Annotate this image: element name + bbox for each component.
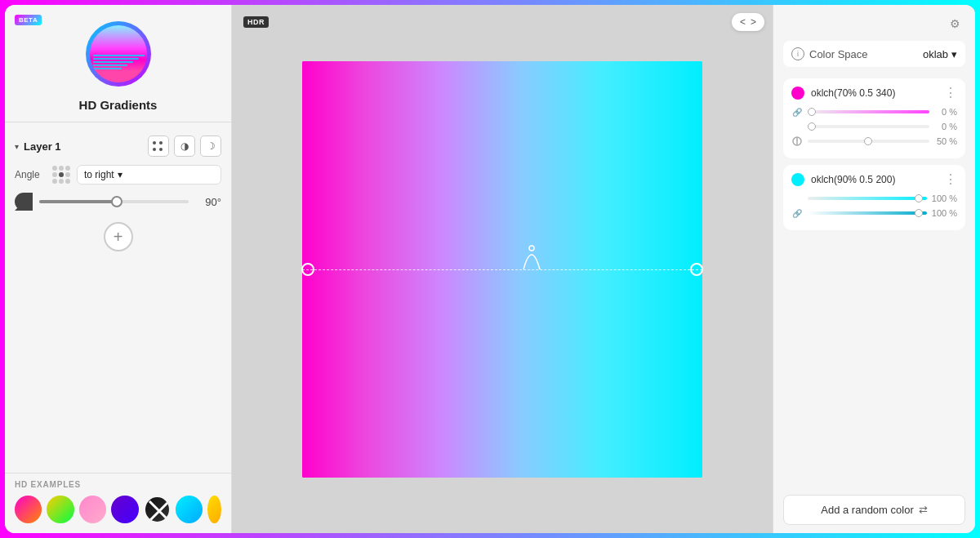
app-container: BETA HD Gradients ▾ [5,5,975,533]
direction-select[interactable]: to right ▾ [77,165,221,185]
direction-value: to right [84,169,114,180]
settings-icon[interactable]: ⚙ [944,13,965,34]
color-stop-2-label: oklch(90% 0.5 200) [811,174,938,185]
color-stop-1-slider-1-row: 🔗 0 % [791,106,957,118]
add-layer-btn-row: + [15,222,221,251]
dot [59,166,64,171]
color-stop-1-label: oklch(70% 0.5 340) [811,87,938,99]
color-stop-2-slider-1-value: 100 % [932,193,957,203]
color-stop-1-slider-3-row: 50 % [791,136,957,147]
angle-slider-row: 90° [15,193,221,211]
color-stop-1-card: oklch(70% 0.5 340) ⋮ 🔗 0 % 0 % [783,78,965,158]
example-swatch-3[interactable] [79,496,106,523]
color-stop-2-slider-2[interactable] [808,211,927,215]
add-random-label: Add a random color [821,504,913,516]
dot [65,179,70,184]
angle-icon [15,193,33,211]
dot [59,179,64,184]
color-stop-2-card: oklch(90% 0.5 200) ⋮ 100 % 🔗 100 % [783,165,965,230]
angle-slider-thumb[interactable] [111,196,122,207]
dot [52,166,57,171]
color-stop-1-dot[interactable] [791,87,804,100]
angle-label: Angle [15,169,46,180]
nav-arrows: < > [732,13,764,31]
info-icon[interactable]: i [791,47,804,60]
color-stop-2-slider-2-value: 100 % [932,208,957,218]
logo [86,21,151,87]
layer-header: ▾ Layer 1 ◑ ☽ [15,136,221,157]
example-swatch-2[interactable] [47,496,74,523]
color-stop-2-slider-1[interactable] [808,197,927,200]
sidebar: BETA HD Gradients ▾ [5,5,232,533]
layer-chevron-icon[interactable]: ▾ [15,142,19,151]
color-stop-2-slider-1-row: 100 % [791,193,957,204]
nav-right-arrow[interactable]: > [749,16,758,28]
color-space-select[interactable]: oklab ▾ [923,48,957,60]
layer-grid-icon-btn[interactable] [148,136,169,157]
examples-label: HD EXAMPLES [15,480,221,489]
direction-dots[interactable] [52,166,70,184]
example-swatch-1[interactable] [15,496,42,523]
right-panel: ⚙ i Color Space oklab ▾ oklch(70% 0.5 34… [773,5,975,533]
add-random-color-btn[interactable]: Add a random color ⇄ [783,495,965,525]
color-stop-1-slider-2[interactable] [808,125,929,128]
hdr-badge: HDR [243,16,269,28]
color-stop-1-slider-1[interactable] [808,110,929,113]
example-swatch-6[interactable] [176,496,203,523]
color-stop-2-slider-1-thumb[interactable] [915,194,923,202]
color-stop-1-slider-1-thumb[interactable] [808,108,816,116]
color-stop-1-slider-2-row: 0 % [791,121,957,132]
grid-dot [153,141,156,145]
color-stop-2-slider-2-thumb[interactable] [915,209,923,217]
color-stop-2-header: oklch(90% 0.5 200) ⋮ [791,173,957,186]
color-stop-1-slider-2-value: 0 % [934,122,957,131]
layer-icons: ◑ ☽ [148,136,221,157]
grid-dot [159,148,163,151]
angle-value: 90° [195,196,221,208]
angle-row: Angle to right ▾ [15,165,221,185]
examples-row [15,496,221,523]
add-layer-btn[interactable]: + [104,222,133,251]
nav-left-arrow[interactable]: < [738,16,747,28]
color-stop-2-slider-2-row: 🔗 100 % [791,207,957,219]
shuffle-icon: ⇄ [919,504,928,516]
gradient-visual [302,61,702,478]
layer-halfcircle-icon-btn[interactable]: ◑ [174,136,195,157]
grid-dot [159,141,163,145]
layer-title-row: ▾ Layer 1 [15,140,61,153]
layer-name: Layer 1 [24,140,61,153]
settings-icon-row: ⚙ [783,13,965,34]
canvas-area: HDR < > [232,5,773,533]
color-stop-2-more-icon[interactable]: ⋮ [944,173,957,186]
angle-slider-fill [39,200,114,203]
color-stop-1-slider-3[interactable] [808,140,929,143]
logo-inner [90,25,147,82]
example-swatch-4[interactable] [111,496,138,523]
color-space-value: oklab [923,48,948,60]
color-space-chevron-icon: ▾ [951,48,957,60]
beta-badge: BETA [15,15,42,25]
color-stop-1-slider-3-value: 50 % [934,136,957,146]
logo-lines [90,53,147,71]
color-stop-2-dot[interactable] [791,173,804,186]
link-icon-1: 🔗 [791,106,803,118]
slider-2-icon [791,121,803,132]
dot [52,179,57,184]
color-stop-1-slider-1-value: 0 % [934,107,957,117]
example-swatch-5[interactable] [144,496,171,523]
color-stop-1-more-icon[interactable]: ⋮ [944,87,957,100]
angle-slider[interactable] [39,200,189,203]
example-swatch-7[interactable] [207,496,221,523]
app-title: HD Gradients [79,98,158,112]
link-icon-3: 🔗 [791,207,803,219]
dot [65,166,70,171]
color-stop-1-slider-2-thumb[interactable] [808,122,816,131]
gradient-canvas[interactable] [302,61,702,478]
color-stop-1-slider-3-thumb[interactable] [864,137,872,145]
layer-moon-icon-btn[interactable]: ☽ [200,136,221,157]
link-icon-2 [791,193,803,204]
color-space-label: Color Space [809,48,918,60]
color-stop-1-header: oklch(70% 0.5 340) ⋮ [791,87,957,100]
direction-chevron-icon: ▾ [118,169,122,180]
midpoint-icon [791,136,803,147]
